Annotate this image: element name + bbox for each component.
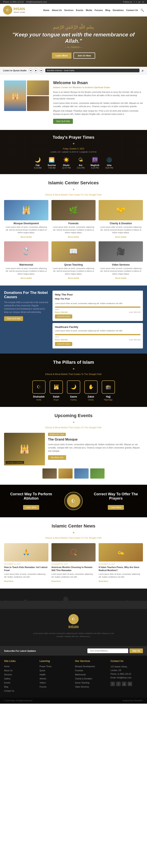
quran-label: Listen to Quran Audio — [3, 69, 27, 72]
nav-forums[interactable]: Forums — [95, 9, 103, 11]
event-date: FEBRUARY 2016 — [48, 433, 66, 436]
prayer-fajr: 🌙 Fajr 5:32 AM — [34, 157, 42, 169]
footer-matrimonial-link[interactable]: Matrimonial — [75, 674, 86, 676]
social-in-icon[interactable]: in — [128, 682, 132, 686]
play-btn[interactable]: ▶ — [34, 68, 38, 72]
pillar-hajj: 🕋 Hajj Pilgrimage — [102, 380, 115, 401]
ablution-learn-btn[interactable]: Learn More — [23, 505, 39, 510]
footer-home-link[interactable]: Home — [4, 665, 9, 668]
nav-blog[interactable]: Blog — [105, 9, 110, 11]
volume-icon[interactable]: 🔊 — [142, 69, 144, 72]
footer-about-link[interactable]: About Us — [4, 670, 13, 672]
pillar-zakat: ✋ Zakat Charity — [84, 380, 98, 401]
event-desc: Lorem ipsum dolor sit amet, consectetur … — [48, 443, 143, 453]
mosque-link[interactable]: READ MORE — [21, 236, 32, 238]
footer-services-link[interactable]: Services — [4, 674, 12, 676]
social-gp-icon[interactable]: g — [122, 682, 126, 686]
footer-address: 123 Islamic Street,London, UKPhone: (1-8… — [111, 665, 143, 680]
nav-media[interactable]: Media — [86, 9, 92, 11]
social-in[interactable]: in — [142, 1, 144, 3]
social-gp[interactable]: g+ — [139, 1, 141, 3]
charity-link[interactable]: READ MORE — [115, 236, 126, 238]
nav-events[interactable]: Events — [76, 9, 83, 11]
news-grid: 🙏 NOVEMBER 20, 2015 How to Teach Kids Ra… — [4, 543, 143, 583]
donation-healthcare-desc: Lorem ipsum dolor sit amet, consectetur … — [55, 330, 141, 332]
prayer-divider: ✦ — [4, 142, 143, 146]
news-img-3: ✍️ — [99, 543, 143, 561]
social-fb-icon[interactable]: f — [111, 682, 115, 686]
donation-healthcare-title: Healthcare Facility — [55, 326, 141, 329]
hero-join-btn[interactable]: Join Us Now — [74, 53, 95, 59]
nav-about[interactable]: About Us — [52, 9, 62, 11]
ablution-center: ☪ — [64, 492, 83, 510]
news-link-1[interactable]: Read More — [4, 580, 14, 582]
list-item: Charity & Donation — [75, 677, 107, 680]
sawm-name: Sawm — [67, 395, 80, 398]
logo-text: IHSAN Islamic Center — [14, 7, 25, 13]
footer-events-link[interactable]: Events — [4, 682, 10, 684]
footer-hadith-link[interactable]: Hadith — [40, 674, 46, 676]
footer-mosque-link[interactable]: Mosque Development — [75, 665, 95, 668]
footer-skyline — [0, 589, 147, 609]
news-link-3[interactable]: Read More — [99, 580, 108, 582]
social-tw-icon[interactable]: t — [116, 682, 121, 686]
top-bar-social: Follow us: f t g+ in — [123, 1, 144, 3]
footer-prayer-link[interactable]: Prayer Times — [40, 665, 52, 668]
welcome-main-img: 🕌 — [4, 81, 26, 111]
nav-home[interactable]: Home — [43, 9, 49, 11]
nav-donations[interactable]: Donations — [113, 9, 124, 11]
donations-desc: The mosque fulfils a crucial role in the… — [4, 301, 49, 314]
event-thumb-4[interactable] — [90, 468, 104, 478]
healthcare-donate-btn[interactable]: DONATE NOW — [55, 342, 72, 346]
zakat-icon: ✋ — [88, 384, 94, 390]
poor-raised: Raise: $50,000 — [55, 311, 68, 313]
news-link-2[interactable]: Read More — [51, 580, 61, 582]
welcome-visit-btn[interactable]: Give Us A Visit — [53, 119, 73, 124]
footer-quran-teach-link[interactable]: Quran Teaching — [75, 682, 90, 684]
social-tw[interactable]: t — [136, 1, 137, 3]
footer-blog-link[interactable]: Blog — [4, 686, 8, 688]
video-link[interactable]: READ MORE — [115, 277, 126, 279]
donations-visit-btn[interactable]: Give Us A Visit — [4, 316, 23, 321]
event-thumb-1[interactable] — [43, 468, 57, 478]
search-icon[interactable]: 🔍 — [141, 8, 144, 12]
hero-learn-btn[interactable]: Learn More — [52, 53, 71, 59]
footer-charity-link[interactable]: Charity & Donation — [75, 678, 92, 680]
healthcare-raised: Raise: $50,000 — [55, 339, 68, 341]
footer-quran-link[interactable]: Quran — [40, 670, 45, 672]
funerals-link[interactable]: READ MORE — [68, 236, 79, 238]
poor-donate-btn[interactable]: DONATE NOW — [55, 314, 72, 318]
isha-icon: 🌑 — [105, 157, 113, 163]
nav-contact[interactable]: Contact Us — [126, 9, 138, 11]
next-btn[interactable]: ⏭ — [39, 68, 43, 72]
news-date-2: NOVEMBER 20, 2015 — [51, 563, 96, 565]
funeral-img: 🌿 — [51, 200, 96, 220]
events-divider: ✦ — [4, 421, 143, 424]
footer-articles-link[interactable]: Articles — [40, 678, 46, 680]
footer-contact-link[interactable]: Contact Us — [4, 690, 14, 692]
social-fb[interactable]: f — [134, 1, 134, 3]
nav-services[interactable]: Services — [64, 9, 74, 11]
matrimonial-link[interactable]: READ MORE — [21, 277, 32, 279]
salah-arabic: Prayer — [50, 399, 63, 401]
footer-funerals-link[interactable]: Funerals — [75, 670, 83, 672]
event-more-btn[interactable]: Get More Info — [48, 455, 66, 460]
event-thumb-2[interactable] — [58, 468, 73, 478]
prev-btn[interactable]: ⏮ — [29, 68, 33, 72]
prayer-title: Today's Prayer Times — [4, 135, 143, 140]
event-thumb-3[interactable] — [74, 468, 89, 478]
footer-main: ☪ IHSAN Lorem ipsum dolor sit amet, cons… — [0, 609, 147, 646]
prayer-dhuhr: ☀️ Dhuhr 12:47 PM — [62, 157, 71, 169]
pillars-title: The Pillars of Islam — [4, 360, 143, 365]
newsletter-input[interactable] — [88, 648, 128, 653]
footer-gallery-link[interactable]: Gallery — [4, 678, 10, 680]
footer-forums-link[interactable]: Forums — [40, 686, 47, 688]
newsletter-submit-btn[interactable]: Sign Up — [129, 648, 143, 653]
footer-video-sermons-link[interactable]: Video Sermons — [75, 686, 89, 688]
quran-link[interactable]: READ MORE — [68, 277, 79, 279]
footer-videos-link[interactable]: Videos — [40, 682, 46, 684]
welcome-small-img2 — [27, 96, 49, 111]
services-grid: 🕌 Mosque Development Lorem ipsum dolor s… — [4, 200, 143, 279]
prayers-learn-btn[interactable]: Learn More — [108, 505, 124, 510]
poor-progress-fill — [55, 307, 141, 308]
